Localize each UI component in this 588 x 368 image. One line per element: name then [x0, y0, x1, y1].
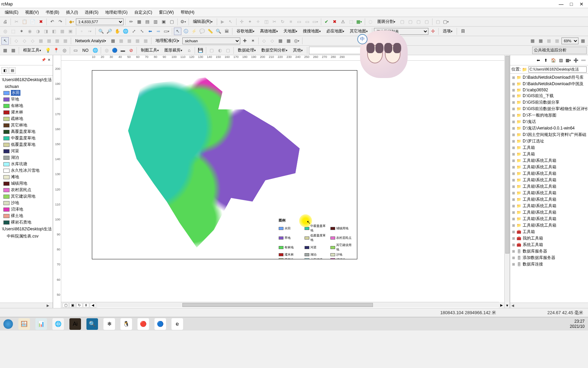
layout-icon4[interactable]: ▦ [553, 37, 561, 45]
full-extent-icon[interactable]: 🌐 [122, 28, 129, 35]
carto-icon13[interactable]: ▢ [208, 47, 215, 54]
menu-view[interactable]: 视图(V) [22, 9, 42, 16]
zoom-out-icon[interactable]: 🔎 [105, 28, 113, 35]
expand-icon[interactable]: ⊞ [512, 249, 516, 253]
catalog-item-22[interactable]: ⊞📁工具箱\系统工具箱 [512, 216, 587, 222]
legend-item-1[interactable]: 旱地 [0, 96, 53, 103]
carto-icon6[interactable]: ▭ [72, 47, 79, 54]
python-icon[interactable]: ▢ [168, 18, 176, 26]
vertical-scrollbar[interactable]: ▼ [504, 55, 510, 308]
toc-body[interactable]: \Users\86182\Desktop\生活 sichuan 水田旱地有林地灌… [0, 76, 53, 303]
ancestor-trace-combo[interactable]: 公共祖先追踪分析 [532, 47, 587, 54]
na-icon7[interactable]: ▦ [62, 37, 69, 45]
expand-icon[interactable]: ⊞ [512, 152, 516, 156]
catalog-item-2[interactable]: ⊞📁D:\cabp36592 [512, 87, 587, 93]
legend-item-2[interactable]: 有林地 [0, 103, 53, 109]
expand-icon[interactable]: ⊞ [512, 139, 516, 143]
tool-a-icon[interactable]: ▢ [398, 18, 406, 26]
expand-icon[interactable]: ⊞ [512, 120, 516, 124]
menu-customize[interactable]: 自定义(C) [131, 9, 156, 16]
catalog-item-19[interactable]: ⊞📁工具箱\系统工具箱 [512, 196, 587, 203]
toc-layer-node[interactable]: sichuan [0, 83, 53, 90]
cat-back-icon[interactable]: ⬅ [535, 57, 542, 64]
other-tools-menu[interactable]: 其他 [291, 47, 305, 54]
select-layer-icon[interactable]: ◉ [26, 28, 33, 35]
expand-icon[interactable]: ⊞ [512, 185, 516, 188]
toc-pin-icon[interactable]: 📌 [41, 58, 46, 63]
tool-b-icon[interactable]: ▢ [407, 18, 414, 26]
legend-item-14[interactable]: 城镇用地 [0, 180, 53, 187]
expand-icon[interactable]: ⊞ [512, 191, 516, 195]
clip-icon[interactable]: ▣ [67, 28, 74, 35]
catalog-item-24[interactable]: ⊞🧰工具箱 [512, 229, 587, 235]
catalog-item-27[interactable]: ⊞🗄数据库服务器 [512, 248, 587, 255]
zoom-percent-combo[interactable]: 69% [561, 37, 578, 44]
fix-icon[interactable]: ⚠ [339, 18, 347, 26]
tianditu-menu[interactable]: 天地图 [281, 28, 300, 35]
menu-bookmark[interactable]: 书签(B) [42, 9, 63, 16]
expand-icon[interactable]: ⊞ [512, 198, 516, 201]
edit-tool-icon[interactable]: ↖ [227, 18, 234, 26]
expand-icon[interactable]: ⊞ [512, 243, 516, 247]
na-icon11[interactable]: ▦ [142, 37, 149, 45]
legend-item-16[interactable]: 其它建设用地 [0, 193, 53, 200]
spatial-analysis-menu[interactable]: 数据空间分析 [259, 47, 290, 54]
catalog-item-28[interactable]: ⊞🗄添加数据库服务器 [512, 255, 587, 261]
options-menu[interactable]: 选项 [440, 28, 455, 35]
no-button[interactable]: NO [80, 47, 91, 54]
editor-toolbar-icon[interactable]: ✏ [127, 18, 135, 26]
expand-icon[interactable]: ⊞ [512, 178, 516, 182]
topology-drop-icon[interactable]: ▦ [356, 18, 363, 26]
modelbuilder-icon[interactable]: ⚙ [179, 18, 187, 26]
map-split-menu[interactable]: 图斑分割 [375, 18, 398, 26]
expand-icon[interactable]: ⊞ [512, 217, 516, 221]
menu-select[interactable]: 选择(S) [81, 9, 102, 16]
catalog-item-5[interactable]: ⊞📁D:\GIS前沿数据分享\植物生长区评价 [512, 106, 587, 112]
google-maps-menu[interactable]: 谷歌地图 [234, 28, 257, 35]
maximize-button[interactable]: □ [566, 1, 576, 7]
na-icon1[interactable]: ◇ [13, 37, 20, 45]
sketch-props-icon[interactable]: ▭ [295, 18, 303, 26]
fwd-extent-icon[interactable]: ➡ [154, 28, 162, 35]
menu-insert[interactable]: 插入(I) [63, 9, 81, 16]
cut-polygon-icon[interactable]: ◫ [263, 18, 270, 26]
georef-icon4[interactable]: ◇ [268, 37, 276, 45]
menu-window[interactable]: 窗口(W) [156, 9, 177, 16]
carto-icon9[interactable]: 🔵 [111, 47, 118, 54]
horizontal-scrollbar[interactable] [97, 302, 499, 307]
na-window-icon[interactable]: ▦ [109, 37, 117, 45]
carto-icon10[interactable]: ▬ [119, 47, 127, 54]
catalog-item-23[interactable]: ⊞📁工具箱\系统工具箱 [512, 222, 587, 229]
expand-icon[interactable]: ⊞ [512, 256, 516, 260]
legend-item-15[interactable]: 农村居民点 [0, 187, 53, 193]
save-icon[interactable]: 💾 [197, 47, 204, 54]
taskbar-app-3[interactable]: Ai [69, 318, 81, 330]
na-icon10[interactable]: ▦ [134, 37, 141, 45]
select-elements-icon[interactable]: ↖ [174, 28, 181, 35]
tool-d-icon[interactable]: ▢ [423, 18, 430, 26]
legend-item-0[interactable]: 水田 [0, 90, 53, 96]
other-maps-menu[interactable]: 其它地图 [347, 28, 370, 35]
cut-icon[interactable]: ✂ [13, 18, 20, 26]
editor-menu[interactable]: 编辑器(R) [191, 18, 215, 26]
cat-connect-icon[interactable]: ➕ [572, 57, 579, 64]
na-icon9[interactable]: ▦ [126, 37, 133, 45]
catalog-item-29[interactable]: ⊞🗄数据库连接 [512, 261, 587, 267]
legend-item-13[interactable]: 滩地 [0, 174, 53, 180]
menu-help[interactable]: 帮助(H) [177, 9, 198, 16]
taskbar-app-5[interactable]: ❄ [103, 318, 115, 330]
legend-item-3[interactable]: 灌木林 [0, 109, 53, 116]
taskbar-app-8[interactable]: 🔵 [154, 318, 166, 330]
error-icon[interactable]: ✖ [331, 18, 339, 26]
legend-item-9[interactable]: 河渠 [0, 148, 53, 154]
catalog-item-0[interactable]: ⊞📁D:\BaiduNetdiskDownload\符号库 [512, 74, 587, 81]
taskbar-app-9[interactable]: e [172, 318, 183, 330]
redo-icon[interactable]: ↷ [56, 18, 64, 26]
catalog-item-10[interactable]: ⊞📁D:\罗江选址 [512, 138, 587, 144]
fixed-zoom-out-icon[interactable]: ⤡ [138, 28, 146, 35]
catalog-item-3[interactable]: ⊞📁D:\GIS前沿_下载 [512, 93, 587, 99]
carto-icon5[interactable]: ◎ [61, 47, 68, 54]
map-scale-combo[interactable]: 1:4,833,577 [76, 18, 124, 25]
pause-tab[interactable]: ⏸ [83, 303, 89, 308]
catalog-item-9[interactable]: ⊞📁D:\国土空间规划实习资料\广州基础 [512, 132, 587, 138]
